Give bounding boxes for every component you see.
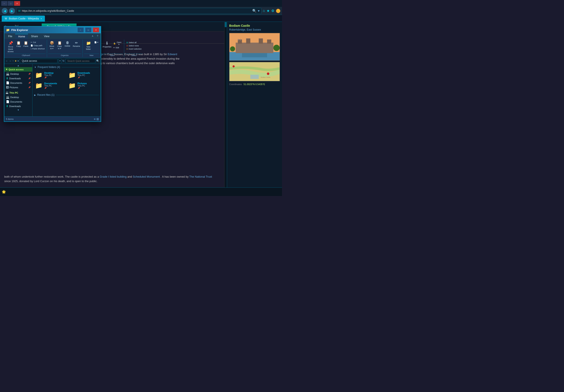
move-to-button[interactable]: 📦 Moveto ▾ (48, 40, 56, 50)
settings-icon[interactable]: ⚙ (271, 9, 274, 13)
folder-documents[interactable]: 📁 Documents This PC 📌 (34, 81, 66, 90)
tab-favicon: W (5, 17, 7, 20)
fe-title-text: File Explorer (11, 28, 76, 32)
copy-button[interactable]: 📋 Copy (15, 40, 22, 48)
dropdown-icon: ▾ (258, 9, 260, 13)
back-button[interactable]: ◀ (2, 8, 8, 14)
edit-button[interactable]: ✏Edit (113, 46, 123, 49)
address-text: https://en.m.wikipedia.org/wiki/Bodiam_C… (22, 9, 74, 12)
sidebar-this-pc-downloads[interactable]: ⬇ Downloads (4, 104, 32, 108)
sidebar-castle-title: Bodiam Castle (229, 24, 280, 27)
addr-up[interactable]: ↑ (12, 59, 14, 62)
select-all-button[interactable]: ⊞Select all (126, 41, 143, 44)
fe-close[interactable]: × (93, 28, 99, 32)
svg-rect-7 (238, 39, 239, 40)
address-path[interactable]: Quick access (20, 59, 57, 63)
addr-star[interactable]: ★ (14, 59, 17, 62)
folder-desktop[interactable]: 📁 Desktop This PC 📌 (34, 71, 66, 80)
browser-icons: ⌂ ★ ⚙ 😊 (263, 9, 280, 13)
file-explorer-window: 📁 File Explorer − □ × File Home Share Vi… (4, 26, 101, 122)
new-item-button[interactable]: 📄▾ (93, 41, 99, 44)
tab-close-icon[interactable]: × (41, 17, 42, 20)
svg-rect-2 (236, 42, 273, 53)
search-icon: 🔍 (96, 59, 99, 62)
win-minimize[interactable]: − (1, 1, 7, 6)
win-close[interactable]: × (14, 1, 20, 6)
addr-dropdown[interactable]: ▾ (58, 59, 62, 63)
castle-image (229, 33, 280, 61)
sidebar-location: Robertsbridge, East Sussex (229, 28, 280, 31)
copy-to-button[interactable]: 📋 Copyto ▾ (56, 40, 63, 50)
pin-to-quick-access-button[interactable]: 📌 Pin to Quickaccess (6, 40, 15, 53)
article-text-bottom: both of whom undertook further restorati… (4, 175, 218, 184)
status-items-count: 5 items (6, 118, 14, 120)
sidebar-item-desktop[interactable]: 💻 Desktop 📌 (4, 72, 32, 76)
quick-access-header[interactable]: ★ Quick access (4, 67, 32, 72)
coords-label: Coordinates (229, 83, 242, 85)
copy-path-button[interactable]: 📄Copy path (30, 44, 45, 47)
svg-rect-9 (242, 53, 267, 57)
svg-point-16 (233, 65, 235, 68)
user-icon[interactable]: 😊 (276, 9, 280, 13)
active-tab[interactable]: W Bodiam Castle - Wikipedia × (2, 16, 45, 22)
sidebar-this-pc-documents[interactable]: 📄 Documents (4, 99, 32, 104)
fe-maximize[interactable]: □ (85, 28, 91, 32)
fe-minimize[interactable]: − (78, 28, 84, 32)
tab-home[interactable]: Home (15, 34, 28, 39)
delete-button[interactable]: 🗑 Delete (64, 40, 71, 48)
open-button[interactable]: 🔓Open ▾ (113, 41, 123, 46)
paste-shortcut-button[interactable]: ⤵Paste shortcut (30, 47, 45, 50)
svg-rect-4 (246, 39, 250, 44)
svg-rect-8 (240, 39, 241, 40)
view-list-icon[interactable]: ≡ (94, 117, 96, 121)
svg-rect-13 (250, 75, 259, 79)
svg-point-10 (230, 46, 235, 51)
svg-point-11 (273, 45, 280, 51)
paste-button[interactable]: 📋 Paste (22, 40, 29, 48)
tab-view[interactable]: View (41, 34, 52, 39)
home-icon[interactable]: ⌂ (263, 9, 265, 13)
tab-file[interactable]: File (5, 34, 15, 39)
tab-share[interactable]: Share (28, 34, 41, 39)
folder-downloads[interactable]: 📁 Downloads This PC 📌 (68, 71, 99, 80)
recent-files-label: Recent files (1) (37, 93, 55, 96)
this-pc-header[interactable]: 💻 This PC (4, 90, 32, 95)
select-none-button[interactable]: ⊠Select none (126, 44, 143, 47)
view-details-icon[interactable]: ⊞ (97, 117, 99, 121)
svg-point-14 (267, 72, 269, 75)
address-bar-wrap: W https://en.m.wikipedia.org/wiki/Bodiam… (16, 8, 261, 14)
properties-button[interactable]: ℹ Properties (102, 40, 112, 49)
rename-button[interactable]: ✏ Rename (72, 40, 81, 48)
svg-text:Bodiam Castle: Bodiam Castle (261, 77, 270, 78)
win-maximize[interactable]: □ (8, 1, 14, 6)
coords-value: 51.0023°N 0.5435°E (243, 83, 265, 85)
sidebar-this-pc-desktop[interactable]: 💻 Desktop (4, 95, 32, 99)
addr-refresh[interactable]: ↻ (62, 59, 65, 62)
bookmark-icon[interactable]: ★ (267, 9, 270, 13)
fe-title-icon: 📁 (6, 28, 10, 32)
sidebar-item-pictures[interactable]: 🖼 Pictures 📌 (4, 85, 32, 90)
svg-rect-6 (267, 40, 271, 44)
new-folder-button[interactable]: 📁 Newfolder (84, 40, 93, 51)
favicon: W (18, 9, 21, 12)
search-input[interactable] (65, 59, 95, 63)
location-map: Bodiam Castle (229, 62, 280, 81)
frequent-folders-label: Frequent folders (4) (38, 66, 60, 69)
invert-selection-button[interactable]: ⊟Invert selection (126, 47, 143, 50)
cut-button[interactable]: ✂Cut (30, 41, 45, 44)
forward-button[interactable]: ▶ (9, 8, 15, 14)
addr-back[interactable]: ← (6, 59, 8, 62)
search-icon: 🔍 (252, 9, 256, 13)
sidebar-item-documents[interactable]: 📄 Documents 📌 (4, 81, 32, 85)
addr-forward[interactable]: → (9, 59, 12, 62)
svg-rect-5 (259, 39, 263, 44)
tab-title: Bodiam Castle - Wikipedia (9, 17, 39, 20)
sidebar-item-downloads[interactable]: ⬇ Downloads 📌 (4, 76, 32, 81)
folder-pictures[interactable]: 📁 Pictures This PC 📌 (68, 81, 99, 90)
